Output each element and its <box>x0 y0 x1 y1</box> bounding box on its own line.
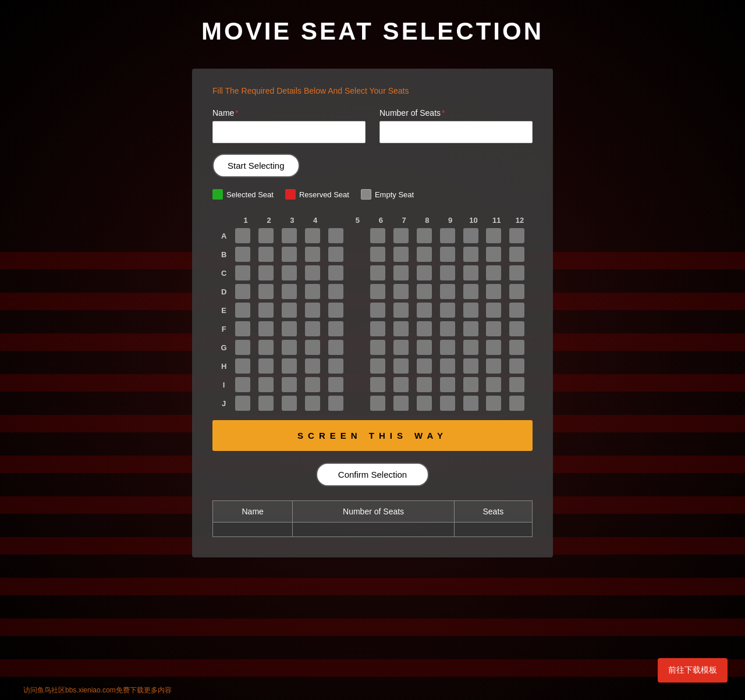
seat-D1[interactable] <box>235 284 250 299</box>
seat-D9[interactable] <box>440 284 455 299</box>
seat-I10[interactable] <box>463 377 478 392</box>
seat-G4[interactable] <box>305 340 320 355</box>
seat-H3[interactable] <box>282 358 297 374</box>
seat-H10[interactable] <box>463 358 478 374</box>
seat-G10[interactable] <box>463 340 478 355</box>
seat-J1[interactable] <box>235 396 250 411</box>
seat-E4[interactable] <box>305 303 320 318</box>
seat-B9[interactable] <box>440 247 455 262</box>
seat-A7[interactable] <box>393 228 409 243</box>
seat-D5[interactable] <box>328 284 343 299</box>
seat-A4[interactable] <box>305 228 320 243</box>
seat-G8[interactable] <box>417 340 432 355</box>
seat-A9[interactable] <box>440 228 455 243</box>
seat-A5[interactable] <box>328 228 343 243</box>
seat-E8[interactable] <box>417 303 432 318</box>
seat-F7[interactable] <box>393 321 409 336</box>
seat-E7[interactable] <box>393 303 409 318</box>
seat-G2[interactable] <box>258 340 274 355</box>
seat-I4[interactable] <box>305 377 320 392</box>
seat-B6[interactable] <box>370 247 385 262</box>
seat-F6[interactable] <box>370 321 385 336</box>
seat-G7[interactable] <box>393 340 409 355</box>
seat-J4[interactable] <box>305 396 320 411</box>
seat-D3[interactable] <box>282 284 297 299</box>
seat-C2[interactable] <box>258 265 274 280</box>
seat-D12[interactable] <box>509 284 524 299</box>
seat-I9[interactable] <box>440 377 455 392</box>
seat-I8[interactable] <box>417 377 432 392</box>
download-button[interactable]: 前往下载模板 <box>658 658 728 683</box>
seat-H4[interactable] <box>305 358 320 374</box>
seat-B11[interactable] <box>486 247 501 262</box>
seat-F1[interactable] <box>235 321 250 336</box>
seat-E9[interactable] <box>440 303 455 318</box>
seat-A3[interactable] <box>282 228 297 243</box>
seat-D8[interactable] <box>417 284 432 299</box>
seat-J6[interactable] <box>370 396 385 411</box>
seat-J11[interactable] <box>486 396 501 411</box>
seat-F2[interactable] <box>258 321 274 336</box>
seat-F4[interactable] <box>305 321 320 336</box>
seat-G1[interactable] <box>235 340 250 355</box>
seat-G6[interactable] <box>370 340 385 355</box>
seat-H7[interactable] <box>393 358 409 374</box>
seat-I5[interactable] <box>328 377 343 392</box>
seat-H8[interactable] <box>417 358 432 374</box>
seat-I7[interactable] <box>393 377 409 392</box>
seat-B2[interactable] <box>258 247 274 262</box>
seat-C11[interactable] <box>486 265 501 280</box>
seat-E1[interactable] <box>235 303 250 318</box>
seat-G5[interactable] <box>328 340 343 355</box>
seat-J8[interactable] <box>417 396 432 411</box>
seat-E5[interactable] <box>328 303 343 318</box>
seat-F5[interactable] <box>328 321 343 336</box>
seat-C5[interactable] <box>328 265 343 280</box>
seat-A11[interactable] <box>486 228 501 243</box>
name-input[interactable] <box>212 121 366 143</box>
seat-J9[interactable] <box>440 396 455 411</box>
seat-J5[interactable] <box>328 396 343 411</box>
seat-J10[interactable] <box>463 396 478 411</box>
seat-A12[interactable] <box>509 228 524 243</box>
seat-G11[interactable] <box>486 340 501 355</box>
seat-J7[interactable] <box>393 396 409 411</box>
seat-J12[interactable] <box>509 396 524 411</box>
seat-I1[interactable] <box>235 377 250 392</box>
seat-I3[interactable] <box>282 377 297 392</box>
seat-D2[interactable] <box>258 284 274 299</box>
seat-E2[interactable] <box>258 303 274 318</box>
seat-D7[interactable] <box>393 284 409 299</box>
seat-A6[interactable] <box>370 228 385 243</box>
seat-A2[interactable] <box>258 228 274 243</box>
seat-J3[interactable] <box>282 396 297 411</box>
start-selecting-button[interactable]: Start Selecting <box>212 154 300 177</box>
seat-E10[interactable] <box>463 303 478 318</box>
seats-input[interactable] <box>379 121 533 143</box>
seat-B12[interactable] <box>509 247 524 262</box>
seat-H1[interactable] <box>235 358 250 374</box>
seat-I6[interactable] <box>370 377 385 392</box>
seat-H6[interactable] <box>370 358 385 374</box>
seat-F9[interactable] <box>440 321 455 336</box>
seat-C10[interactable] <box>463 265 478 280</box>
seat-I2[interactable] <box>258 377 274 392</box>
seat-I12[interactable] <box>509 377 524 392</box>
seat-G9[interactable] <box>440 340 455 355</box>
seat-C8[interactable] <box>417 265 432 280</box>
seat-F12[interactable] <box>509 321 524 336</box>
seat-B1[interactable] <box>235 247 250 262</box>
seat-C9[interactable] <box>440 265 455 280</box>
confirm-selection-button[interactable]: Confirm Selection <box>316 463 429 486</box>
seat-C7[interactable] <box>393 265 409 280</box>
seat-E3[interactable] <box>282 303 297 318</box>
seat-E12[interactable] <box>509 303 524 318</box>
seat-D11[interactable] <box>486 284 501 299</box>
seat-D4[interactable] <box>305 284 320 299</box>
seat-F8[interactable] <box>417 321 432 336</box>
seat-H5[interactable] <box>328 358 343 374</box>
seat-B8[interactable] <box>417 247 432 262</box>
seat-C6[interactable] <box>370 265 385 280</box>
seat-C1[interactable] <box>235 265 250 280</box>
seat-A1[interactable] <box>235 228 250 243</box>
